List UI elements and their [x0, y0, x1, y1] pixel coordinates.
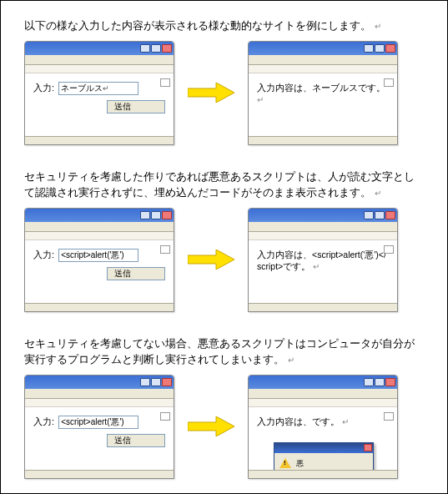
output-value: 入力内容は、ネーブルスです。: [257, 83, 385, 93]
window-titlebar: [249, 209, 397, 222]
toolbar: [25, 232, 174, 240]
menubar: [25, 55, 174, 65]
browser-right-1: 入力内容は、ネーブルスです。 ↵: [248, 41, 398, 145]
submit-button[interactable]: 送信: [107, 100, 165, 113]
input-label: 入力:: [33, 416, 54, 428]
decorative-box: [384, 412, 394, 421]
minimize-icon[interactable]: [364, 378, 374, 386]
window-titlebar: [249, 376, 397, 389]
submit-button[interactable]: 送信: [107, 434, 165, 447]
browser-content-right-3: 入力内容は、です。 ↵ 悪 OK: [249, 407, 397, 470]
document-page: 以下の様な入力した内容が表示される様な動的なサイトを例にします。 ↵ 入力: ネ…: [0, 0, 448, 494]
paragraph-mark-icon: ↵: [257, 95, 264, 104]
menubar: [25, 389, 174, 399]
section-3-desc: セキュリティを考慮してない場合、悪意あるスクリプトはコンピュータが自分が実行する…: [24, 335, 424, 368]
browser-left-2: 入力: <script>alert('悪') 送信: [24, 208, 174, 312]
text-input[interactable]: <script>alert('悪'): [58, 249, 138, 262]
warning-icon: [279, 458, 291, 468]
toolbar: [249, 65, 397, 73]
section-2-row: 入力: <script>alert('悪') 送信: [24, 208, 424, 312]
dialog-message: 悪: [296, 458, 304, 469]
svg-marker-0: [188, 83, 234, 103]
close-icon[interactable]: [162, 378, 172, 386]
menubar: [249, 222, 397, 232]
text-input-value: <script>alert('悪'): [61, 250, 124, 260]
maximize-icon[interactable]: [151, 211, 161, 219]
text-input[interactable]: ネーブルス↵: [58, 82, 138, 95]
window-titlebar: [25, 42, 174, 55]
close-icon[interactable]: [385, 44, 395, 53]
minimize-icon[interactable]: [140, 211, 150, 219]
alert-dialog: 悪 OK: [274, 442, 374, 470]
toolbar: [249, 232, 397, 240]
dialog-titlebar: [274, 443, 373, 453]
maximize-icon[interactable]: [375, 44, 385, 53]
input-label: 入力:: [33, 249, 54, 261]
browser-content-left-1: 入力: ネーブルス↵ 送信: [25, 73, 174, 136]
browser-content-right-2: 入力内容は、<script>alert('悪')</script>です。 ↵: [249, 240, 397, 303]
arrow-icon: [186, 416, 236, 437]
browser-left-1: 入力: ネーブルス↵ 送信: [24, 41, 174, 145]
decorative-box: [160, 245, 170, 254]
section-2-desc: セキュリティを考慮した作りであれば悪意あるスクリプトは、人が読む文字として認識さ…: [24, 169, 424, 201]
decorative-box: [160, 78, 170, 87]
output-text: 入力内容は、ネーブルスです。 ↵: [257, 82, 389, 107]
statusbar: [249, 470, 397, 478]
statusbar: [25, 470, 174, 478]
text-input[interactable]: <script>alert('悪'): [58, 416, 138, 429]
section-3-desc-text: セキュリティを考慮してない場合、悪意あるスクリプトはコンピュータが自分が実行する…: [24, 337, 415, 366]
section-3: セキュリティを考慮してない場合、悪意あるスクリプトはコンピュータが自分が実行する…: [24, 335, 424, 479]
close-icon[interactable]: [162, 211, 172, 219]
paragraph-mark-icon: ↵: [375, 189, 381, 198]
decorative-box: [384, 78, 394, 87]
section-1-desc-text: 以下の様な入力した内容が表示される様な動的なサイトを例にします。: [24, 19, 371, 32]
section-1: 以下の様な入力した内容が表示される様な動的なサイトを例にします。 ↵ 入力: ネ…: [24, 18, 424, 145]
output-value: 入力内容は、です。: [257, 416, 340, 426]
close-icon[interactable]: [385, 378, 395, 386]
statusbar: [249, 303, 397, 311]
output-text: 入力内容は、です。 ↵: [257, 416, 389, 428]
section-2: セキュリティを考慮した作りであれば悪意あるスクリプトは、人が読む文字として認識さ…: [24, 169, 424, 312]
statusbar: [25, 136, 174, 144]
minimize-icon[interactable]: [140, 378, 150, 386]
toolbar: [249, 399, 397, 407]
browser-left-3: 入力: <script>alert('悪') 送信: [24, 375, 174, 479]
paragraph-mark-icon: ↵: [375, 22, 381, 31]
dialog-body: 悪: [274, 453, 373, 470]
paragraph-mark-icon: ↵: [288, 355, 294, 365]
statusbar: [249, 136, 397, 144]
section-3-row: 入力: <script>alert('悪') 送信: [24, 375, 424, 479]
paragraph-mark-icon: ↵: [313, 262, 320, 271]
menubar: [25, 222, 174, 232]
browser-content-right-1: 入力内容は、ネーブルスです。 ↵: [249, 73, 397, 136]
minimize-icon[interactable]: [364, 211, 374, 219]
maximize-icon[interactable]: [151, 378, 161, 386]
output-text: 入力内容は、<script>alert('悪')</script>です。 ↵: [257, 249, 389, 274]
input-label: 入力:: [33, 82, 54, 94]
browser-content-left-3: 入力: <script>alert('悪') 送信: [25, 407, 174, 470]
menubar: [249, 55, 397, 65]
window-titlebar: [249, 42, 397, 55]
statusbar: [25, 303, 174, 311]
submit-button[interactable]: 送信: [107, 267, 165, 280]
caret-icon: ↵: [103, 84, 109, 93]
decorative-box: [160, 412, 170, 421]
maximize-icon[interactable]: [151, 44, 161, 53]
browser-right-2: 入力内容は、<script>alert('悪')</script>です。 ↵: [248, 208, 398, 312]
close-icon[interactable]: [385, 211, 395, 219]
browser-content-left-2: 入力: <script>alert('悪') 送信: [25, 240, 174, 303]
text-input-value: <script>alert('悪'): [61, 417, 124, 426]
svg-marker-2: [188, 416, 234, 436]
text-input-value: ネーブルス: [61, 83, 103, 93]
arrow-icon: [186, 82, 236, 103]
section-1-row: 入力: ネーブルス↵ 送信: [24, 41, 424, 145]
minimize-icon[interactable]: [364, 44, 374, 53]
window-titlebar: [25, 376, 174, 389]
dialog-close-icon[interactable]: [364, 444, 372, 451]
maximize-icon[interactable]: [375, 211, 385, 219]
minimize-icon[interactable]: [140, 44, 150, 53]
close-icon[interactable]: [162, 44, 172, 53]
menubar: [249, 389, 397, 399]
maximize-icon[interactable]: [375, 378, 385, 386]
decorative-box: [384, 245, 394, 254]
